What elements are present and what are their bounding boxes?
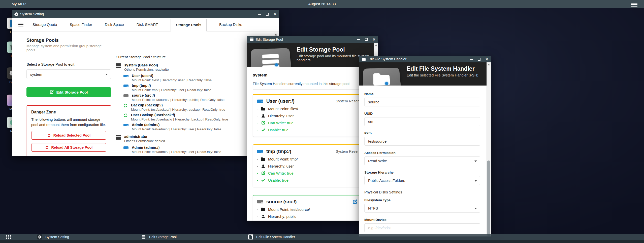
gear-icon — [38, 235, 42, 239]
sync-icon — [123, 113, 128, 117]
check-icon — [261, 178, 265, 182]
window-title: Edit Storage Pool — [255, 37, 283, 42]
danger-zone-text: The following buttons will unmount stora… — [31, 117, 106, 128]
minimize-button[interactable] — [357, 39, 360, 40]
header-title: Edit Storage Pool — [297, 43, 378, 53]
hdd-icon — [123, 94, 128, 98]
hdd-icon — [123, 84, 128, 88]
maximize-button[interactable] — [365, 38, 368, 41]
reload-selected-pool-button[interactable]: Reload Selected Pool — [31, 131, 106, 140]
tab-storage-quota[interactable]: Storage Quota — [33, 18, 57, 31]
maximize-button[interactable] — [478, 58, 480, 61]
hdd-icon — [257, 149, 263, 154]
mount-device-label: Mount Device — [364, 218, 480, 222]
chevron-down-icon — [474, 180, 477, 182]
taskbar-item-system-setting[interactable]: System Setting — [37, 234, 69, 240]
taskbar-bottom-strip — [0, 240, 644, 243]
window-title: System Setting — [20, 12, 44, 16]
edit-fsh-form: Name UUID Path Access Permission Read Wr… — [359, 86, 487, 236]
filesystem-type-label: Filesystem Type — [364, 198, 480, 202]
scrollbar-thumb[interactable] — [487, 160, 490, 236]
minimize-button[interactable] — [258, 14, 261, 15]
edit-storage-pool-header: Edit Storage Pool Edit storage pool and … — [247, 43, 378, 67]
name-label: Name — [364, 92, 480, 96]
sync-icon — [123, 103, 128, 108]
name-field[interactable] — [364, 98, 480, 106]
top-bar: My ArOZ August 26 14:33 — [0, 0, 644, 8]
window-title: Edit File System Handler — [368, 57, 406, 61]
filesystem-type-select[interactable]: NTFS — [364, 204, 480, 213]
edit-icon — [261, 121, 265, 125]
path-label: Path — [364, 131, 480, 135]
pool-select[interactable]: system — [26, 69, 111, 79]
settings-tabbar: Storage Quota Space Finder Disk Space Di… — [12, 18, 279, 31]
close-button[interactable]: × — [373, 38, 375, 41]
fsh-card-tmp: tmp (tmp:/) System Reserved -Mount Point… — [253, 144, 369, 187]
chevron-down-icon — [474, 160, 477, 162]
edit-storage-pool-titlebar[interactable]: Edit Storage Pool × — [247, 36, 378, 43]
page-subtitle: Manage system and permission group stora… — [26, 44, 111, 52]
user-icon — [261, 215, 265, 218]
clock: August 26 14:33 — [0, 2, 644, 6]
gear-icon — [14, 12, 18, 16]
taskbar-item-edit-fsh[interactable]: Edit File System Handler — [248, 234, 295, 240]
server-icon — [250, 37, 253, 41]
folder-icon — [261, 107, 265, 111]
window-edit-fsh: Edit File System Handler × Edit File Sys… — [359, 56, 491, 236]
tab-space-finder[interactable]: Space Finder — [70, 18, 92, 31]
storage-hierarchy-label: Storage Hierarchy — [364, 171, 480, 174]
hdd-icon — [123, 146, 128, 150]
storage-hierarchy-select[interactable]: Public Access Folders — [364, 176, 480, 185]
tab-menu-icon[interactable] — [18, 22, 23, 27]
mount-device-field[interactable] — [364, 223, 480, 232]
tab-disk-space[interactable]: Disk Space — [105, 18, 124, 31]
chevron-down-icon — [105, 74, 108, 75]
tab-disk-smart[interactable]: Disk SMART — [137, 18, 158, 31]
header-subtitle: Edit the selected File System Handler (F… — [407, 73, 491, 77]
path-field[interactable] — [364, 137, 480, 146]
header-title: Edit File System Handler — [407, 62, 491, 72]
close-button[interactable]: × — [486, 58, 488, 61]
edit-fsh-titlebar[interactable]: Edit File System Handler × — [359, 56, 491, 62]
access-permission-select[interactable]: Read Write — [364, 156, 480, 165]
window-edit-storage-pool: Edit Storage Pool × Edit Storage Pool Ed… — [247, 36, 378, 221]
server-icon — [116, 135, 121, 140]
edit-storage-pool-body: system File System Handlers currently mo… — [247, 67, 374, 221]
menu-icon[interactable] — [631, 2, 637, 7]
taskbar-item-edit-storage-pool[interactable]: Edit Storage Pool — [141, 234, 177, 240]
tab-backup-disks[interactable]: Backup Disks — [219, 18, 242, 31]
minimize-button[interactable] — [470, 59, 473, 60]
edit-storage-pool-button[interactable]: Edit Storage Pool — [26, 87, 111, 97]
refresh-icon — [45, 146, 49, 149]
scrollbar[interactable] — [487, 62, 491, 236]
system-setting-titlebar[interactable]: System Setting × — [12, 10, 279, 18]
taskbar: System Setting Edit Storage Pool Edit Fi… — [0, 234, 644, 240]
chevron-down-icon — [474, 208, 477, 209]
server-art-icon — [250, 48, 293, 67]
check-icon — [261, 128, 265, 132]
fsh-card-source: source (src:/) -Mount Point: test/source… — [253, 195, 369, 221]
folder-art-icon — [362, 67, 402, 86]
server-icon — [142, 235, 145, 239]
edit-fsh-icon[interactable] — [352, 199, 357, 204]
hdd-icon — [123, 123, 128, 127]
app-launcher-icon[interactable] — [6, 234, 11, 239]
folder-icon — [362, 57, 366, 61]
folder-icon — [261, 208, 265, 211]
page-title: Storage Pools — [26, 37, 111, 43]
reload-all-pool-button[interactable]: Reload All Storage Pool — [31, 143, 106, 152]
danger-zone: Danger Zone The following buttons will u… — [26, 105, 111, 156]
uuid-label: UUID — [364, 112, 480, 115]
server-icon — [116, 63, 121, 68]
folder-icon — [261, 157, 265, 161]
uuid-field[interactable] — [364, 117, 480, 126]
maximize-button[interactable] — [266, 13, 269, 16]
user-icon — [261, 114, 265, 118]
window-system-setting: System Setting × Storage Quota Space Fin… — [12, 10, 279, 156]
close-button[interactable]: × — [274, 13, 276, 16]
storage-pools-panel: Storage Pools Manage system and permissi… — [12, 31, 279, 156]
hdd-icon — [257, 199, 263, 204]
user-icon — [261, 164, 265, 168]
tab-storage-pools[interactable]: Storage Pools — [171, 18, 207, 31]
fsh-card-user: User (user:/) System Reserved -Mount Poi… — [253, 94, 369, 137]
